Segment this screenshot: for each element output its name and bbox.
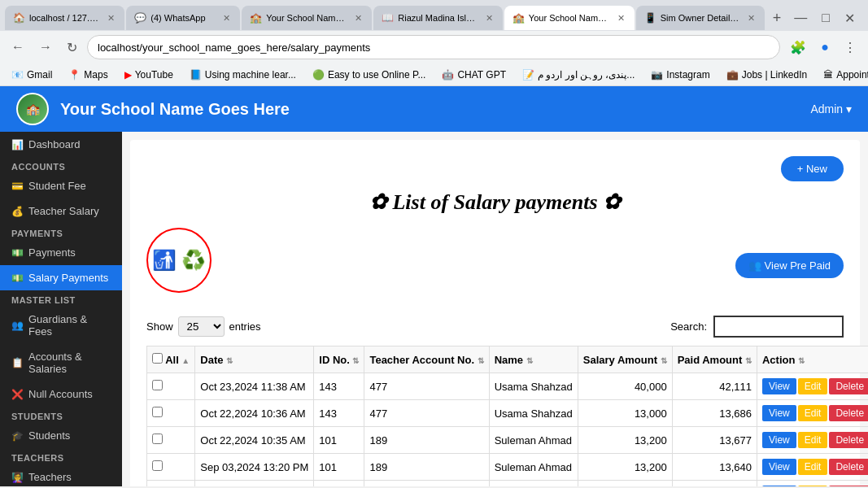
sidebar-item-null-accounts[interactable]: ❌ Null Accounts — [0, 381, 122, 407]
tab-6[interactable]: 📱 Sim Owner Details - ... ✕ — [636, 6, 765, 30]
tab-2[interactable]: 💬 (4) WhatsApp ✕ — [126, 6, 240, 30]
row-select-3[interactable] — [152, 460, 163, 471]
sort-account-icon[interactable]: ⇅ — [478, 356, 484, 365]
row-select-1[interactable] — [152, 407, 163, 417]
bookmark-machine-learn[interactable]: 📘 Using machine lear... — [185, 68, 301, 82]
search-box: Search: — [670, 316, 844, 338]
new-tab-button[interactable]: + — [766, 10, 788, 27]
delete-button-1[interactable]: Delete — [829, 405, 868, 421]
tab-5[interactable]: 🏫 Your School Name G... ✕ — [504, 6, 635, 30]
sidebar-item-teachers[interactable]: 👩‍🏫 Teachers — [0, 464, 122, 486]
bookmark-maps[interactable]: 📍 Maps — [63, 68, 112, 82]
easy-icon: 🟢 — [312, 69, 325, 81]
row-salary-2: 13,200 — [578, 427, 672, 454]
maximize-button[interactable]: □ — [817, 9, 835, 28]
sort-date-icon[interactable]: ⇅ — [226, 356, 233, 365]
row-id-0: 143 — [314, 373, 364, 400]
view-button-1[interactable]: View — [762, 405, 796, 421]
back-button[interactable]: ← — [7, 38, 29, 56]
show-entries: Show 25 10 50 100 entries — [146, 316, 261, 337]
edit-button-0[interactable]: Edit — [798, 378, 828, 394]
sidebar-item-students[interactable]: 🎓 Students — [0, 423, 122, 448]
sidebar-item-payments[interactable]: 💵 Payments — [0, 240, 122, 265]
bookmark-urdu[interactable]: 📝 پندی، روہن اور اردو م... — [517, 68, 639, 82]
students-icon: 🎓 — [11, 430, 24, 442]
sort-name-icon[interactable]: ⇅ — [526, 356, 533, 365]
sidebar-item-dashboard[interactable]: 📊 Dashboard — [0, 132, 122, 157]
tab-4[interactable]: 📖 Riazul Madina Islami... ✕ — [373, 6, 503, 30]
admin-button[interactable]: Admin ▾ — [810, 102, 852, 115]
row-date-1: Oct 22,2024 10:36 AM — [195, 400, 314, 427]
sidebar-item-teacher-salary[interactable]: 💰 Teacher Salary — [0, 198, 122, 224]
tab-close-6[interactable]: ✕ — [746, 11, 757, 25]
forward-button[interactable]: → — [34, 38, 57, 56]
close-window-button[interactable]: ✕ — [840, 9, 860, 28]
school-logo: 🏫 — [16, 93, 49, 125]
sidebar: 📊 Dashboard Accounts 💳 Student Fee 💰 Tea… — [0, 132, 122, 486]
minimize-button[interactable]: — — [789, 9, 812, 28]
row-select-0[interactable] — [152, 380, 163, 390]
tab-title-3: Your School Name G... — [266, 13, 348, 23]
view-button-0[interactable]: View — [762, 378, 796, 394]
new-button[interactable]: + New — [781, 156, 844, 181]
tab-favicon-3: 🏫 — [250, 12, 261, 24]
sidebar-section-accounts: Accounts — [0, 157, 122, 173]
tab-close-4[interactable]: ✕ — [484, 11, 495, 25]
sidebar-item-guardians[interactable]: 👥 Guardians & Fees — [0, 307, 122, 344]
tab-1[interactable]: 🏠 localhost / 127.0.0.1 ✕ — [5, 6, 124, 30]
sidebar-item-accounts-salaries[interactable]: 📋 Accounts & Salaries — [0, 344, 122, 381]
delete-button-3[interactable]: Delete — [829, 459, 868, 475]
row-checkbox-2 — [147, 427, 195, 454]
view-button-2[interactable]: View — [762, 432, 796, 448]
row-select-2[interactable] — [152, 434, 163, 444]
reload-button[interactable]: ↻ — [62, 38, 82, 57]
tab-close-3[interactable]: ✕ — [353, 11, 364, 25]
sidebar-section-master-list: Master List — [0, 290, 122, 307]
delete-button-4[interactable]: Delete — [829, 486, 868, 486]
edit-button-4[interactable]: Edit — [798, 486, 828, 486]
header-left: 🏫 Your School Name Goes Here — [16, 93, 290, 125]
table-row: Sep 03,2024 13:17 PM 143 477 Usama Shahz… — [147, 481, 869, 487]
edit-button-2[interactable]: Edit — [798, 432, 828, 448]
delete-button-2[interactable]: Delete — [829, 432, 868, 448]
bookmark-instagram[interactable]: 📷 Instagram — [646, 68, 714, 82]
bookmark-linkedin[interactable]: 💼 Jobs | LinkedIn — [722, 68, 813, 82]
sort-paid-icon[interactable]: ⇅ — [745, 356, 752, 365]
row-name-4: Usama Shahzad — [489, 481, 578, 487]
bookmark-chatgpt[interactable]: 🤖 CHAT GPT — [437, 68, 511, 82]
tab-close-2[interactable]: ✕ — [221, 11, 232, 25]
row-action-2: View Edit Delete — [757, 427, 868, 454]
main-container: 📊 Dashboard Accounts 💳 Student Fee 💰 Tea… — [0, 132, 868, 486]
menu-button[interactable]: ⋮ — [839, 38, 861, 57]
show-entries-select[interactable]: 25 10 50 100 — [178, 316, 225, 337]
sort-id-icon[interactable]: ⇅ — [352, 356, 359, 365]
chatgpt-icon: 🤖 — [442, 69, 454, 81]
tab-close-5[interactable]: ✕ — [616, 11, 626, 25]
edit-button-1[interactable]: Edit — [798, 405, 828, 421]
edit-button-3[interactable]: Edit — [798, 459, 828, 475]
bookmark-italy[interactable]: 🏛 Appointment - Italy... — [818, 68, 868, 82]
address-text: localhost/your_school_name_goes_here/sal… — [98, 41, 370, 54]
search-input[interactable] — [713, 316, 844, 338]
sidebar-item-salary-payments[interactable]: 💵 Salary Payments — [0, 265, 122, 290]
sidebar-item-student-fee[interactable]: 💳 Student Fee — [0, 173, 122, 198]
delete-button-0[interactable]: Delete — [829, 378, 868, 394]
bookmark-easy-use[interactable]: 🟢 Easy to use Online P... — [308, 68, 431, 82]
row-id-2: 101 — [314, 427, 364, 454]
view-button-3[interactable]: View — [762, 459, 796, 475]
extensions-button[interactable]: 🧩 — [785, 38, 811, 57]
select-all-checkbox[interactable] — [152, 353, 163, 364]
sort-salary-icon[interactable]: ⇅ — [661, 356, 667, 365]
bookmark-gmail[interactable]: 📧 Gmail — [7, 68, 57, 82]
view-pre-paid-button[interactable]: 👥 View Pre Paid — [735, 253, 844, 278]
view-button-4[interactable]: View — [762, 486, 796, 486]
address-bar[interactable]: localhost/your_school_name_goes_here/sal… — [87, 35, 780, 59]
profile-button[interactable]: ● — [816, 38, 834, 56]
linkedin-icon: 💼 — [726, 69, 739, 81]
bookmark-youtube[interactable]: ▶ YouTube — [120, 68, 178, 82]
tab-close-1[interactable]: ✕ — [106, 11, 116, 25]
table-row: Oct 22,2024 10:36 AM 143 477 Usama Shahz… — [147, 400, 869, 427]
tab-3[interactable]: 🏫 Your School Name G... ✕ — [242, 6, 372, 30]
row-paid-1: 13,686 — [672, 400, 757, 427]
sort-action-icon[interactable]: ⇅ — [798, 356, 805, 365]
